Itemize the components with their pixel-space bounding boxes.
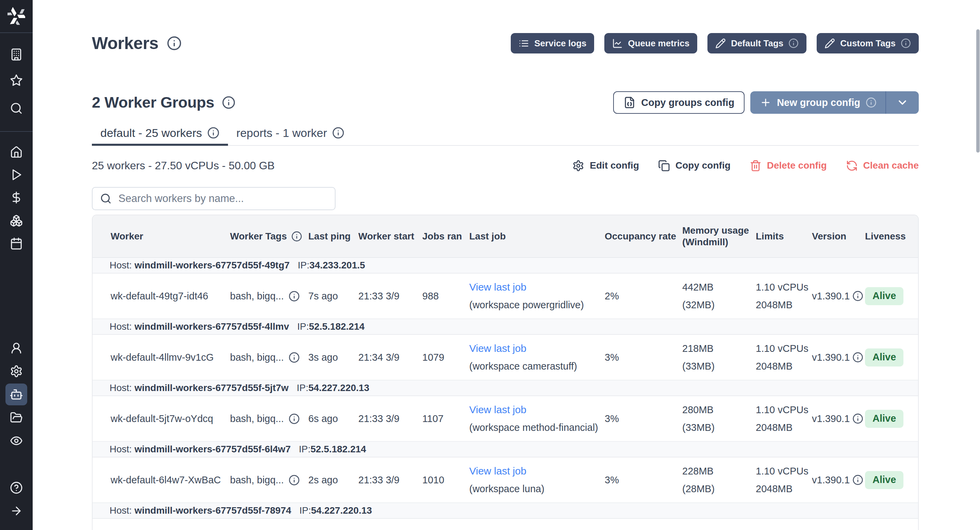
occupancy-rate: 3% [605, 413, 682, 425]
default-tags-button[interactable]: Default Tags [708, 33, 807, 53]
tab-reports[interactable]: reports - 1 worker [228, 126, 353, 146]
calendar-icon [10, 237, 23, 250]
group-summary: 25 workers - 27.50 vCPUs - 50.00 GB [92, 160, 275, 172]
info-icon [288, 474, 300, 486]
ip-label: IP: [298, 260, 309, 270]
info-icon [853, 413, 863, 424]
liveness-cell: Alive [865, 471, 918, 489]
pencil-icon [824, 38, 835, 49]
host-name: Host: windmill-workers-67757d55f-49tg7 [110, 260, 298, 271]
custom-tags-button[interactable]: Custom Tags [817, 33, 919, 53]
clean-cache-button[interactable]: Clean cache [846, 160, 919, 172]
copy-groups-config-button[interactable]: Copy groups config [613, 91, 745, 114]
last-job-cell: View last job(workspace camerastuff) [469, 340, 605, 375]
jobs-ran: 1107 [422, 413, 469, 425]
view-last-job-link[interactable]: View last job [469, 340, 601, 357]
view-last-job-link[interactable]: View last job [469, 462, 601, 480]
sidebar-item-expand[interactable] [8, 503, 24, 519]
host-ip: IP:34.233.201.5 [298, 260, 365, 271]
service-logs-button[interactable]: Service logs [511, 33, 594, 53]
limits-cell: 1.10 vCPUs2048MB [756, 340, 812, 375]
sidebar-item-help[interactable] [8, 480, 24, 496]
column-label-line: Memory usage [682, 225, 752, 236]
column-header-worker-tags: Worker Tags [230, 231, 308, 242]
sidebar-item-settings[interactable] [8, 363, 24, 380]
new-group-config-info-icon[interactable] [865, 97, 877, 108]
sidebar-item-home[interactable] [8, 144, 24, 160]
copy-config-button[interactable]: Copy config [658, 160, 730, 172]
version-info-icon[interactable] [853, 291, 863, 302]
sidebar-item-users[interactable] [8, 340, 24, 356]
column-header-last-job: Last job [469, 231, 605, 242]
ip-value: 54.227.220.13 [311, 505, 372, 516]
version-cell: v1.390.1 [812, 352, 865, 363]
view-last-job-link[interactable]: View last job [469, 401, 601, 418]
worker-name: wk-default-49tg7-idt46 [111, 291, 230, 302]
tab-info-icon[interactable] [332, 127, 344, 139]
new-group-config-split-button: New group config [750, 91, 919, 114]
workers-info-icon[interactable] [167, 36, 182, 51]
worker-name: wk-default-5jt7w-oYdcq [111, 413, 230, 425]
page-scrollbar[interactable] [976, 29, 980, 153]
version-info-icon[interactable] [853, 413, 863, 424]
tab-info-icon[interactable] [207, 127, 220, 139]
sidebar-item-search[interactable] [8, 100, 24, 117]
host-row: Host: windmill-workers-67757d55f-78974IP… [92, 503, 918, 519]
ip-label: IP: [299, 505, 311, 516]
chart-icon [612, 38, 623, 49]
host-row: Host: windmill-workers-67757d55f-5jt7wIP… [92, 380, 918, 396]
liveness-cell: Alive [865, 410, 918, 428]
tab-default[interactable]: default - 25 workers [92, 126, 228, 146]
tags-info-icon[interactable] [288, 474, 300, 486]
version-cell: v1.390.1 [812, 474, 865, 486]
host-label: Host: [110, 444, 132, 454]
worker-tags: bash, bigq... [230, 413, 284, 425]
version-info-icon[interactable] [853, 352, 863, 363]
sidebar-item-variables[interactable] [8, 189, 24, 206]
limit-memory: 2048MB [756, 357, 808, 375]
worker-row: wk-default-5jt7w-oYdcqbash, bigq...6s ag… [92, 396, 918, 442]
version-info-icon[interactable] [853, 474, 863, 485]
new-group-config-dropdown-button[interactable] [886, 91, 919, 114]
host-name: Host: windmill-workers-67757d55f-78974 [110, 505, 299, 516]
view-last-job-link[interactable]: View last job [469, 278, 601, 296]
version-value: v1.390.1 [812, 291, 850, 302]
liveness-badge: Alive [865, 410, 904, 428]
tags-info-icon[interactable] [288, 352, 300, 363]
custom-tags-info-icon[interactable] [901, 38, 911, 48]
sidebar-item-workspace[interactable] [8, 46, 24, 63]
sidebar [0, 0, 33, 530]
delete-config-button[interactable]: Delete config [749, 160, 827, 172]
queue-metrics-button[interactable]: Queue metrics [605, 33, 697, 53]
default-tags-info-icon[interactable] [788, 38, 799, 48]
button-label: Custom Tags [840, 38, 896, 49]
host-row: Host: windmill-workers-67757d55f-6l4w7IP… [92, 442, 918, 457]
tags-info-icon[interactable] [288, 413, 300, 425]
info-icon [288, 291, 300, 302]
sidebar-item-folders[interactable] [8, 409, 24, 426]
last-job-workspace: (workspace luna) [469, 483, 544, 494]
sidebar-item-favorites[interactable] [8, 72, 24, 89]
copy-icon [658, 160, 670, 172]
pencil-icon [715, 38, 726, 49]
info-icon [332, 127, 344, 139]
new-group-config-button[interactable]: New group config [750, 91, 885, 114]
sidebar-item-resources[interactable] [8, 212, 24, 229]
worker-tags-info-icon[interactable] [291, 231, 302, 242]
sidebar-item-schedules[interactable] [8, 235, 24, 252]
worker-groups-info-icon[interactable] [222, 96, 235, 109]
memory-total: 228MB [682, 462, 752, 480]
search-input[interactable] [92, 187, 336, 210]
last-ping: 2s ago [308, 474, 358, 486]
occupancy-rate: 2% [605, 291, 682, 302]
play-icon [10, 168, 23, 181]
info-icon [291, 231, 302, 242]
sidebar-item-runs[interactable] [8, 166, 24, 183]
windmill-logo[interactable] [8, 7, 25, 25]
edit-config-button[interactable]: Edit config [572, 160, 639, 172]
tags-info-icon[interactable] [288, 291, 300, 302]
last-job-workspace: (workspace powergridlive) [469, 299, 584, 310]
header-buttons: Service logsQueue metricsDefault TagsCus… [511, 33, 919, 53]
sidebar-item-audit-logs[interactable] [8, 433, 24, 449]
sidebar-item-workers[interactable] [5, 383, 27, 405]
